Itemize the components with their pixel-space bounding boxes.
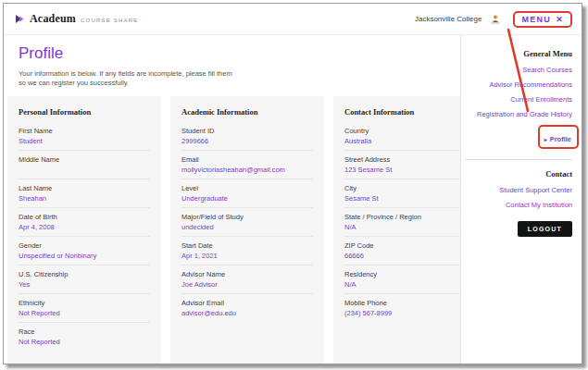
annotation-box-menu: MENU ✕ [513, 11, 572, 28]
field-label: Gender [19, 241, 150, 251]
field-middle-name: Middle Name [19, 151, 150, 179]
field-advisor-name: Advisor Name Joe Advisor [181, 265, 313, 294]
field-last-name: Last Name Sheahan [19, 179, 150, 208]
field-label: Advisor Name [181, 270, 313, 279]
brand-logo[interactable]: Acadeum COURSE SHARE [15, 12, 138, 26]
field-label: Email [181, 155, 313, 165]
field-us-citizenship: U.S. Citizenship Yes [19, 265, 150, 294]
menu-item-registration-grade-history[interactable]: Registration and Grade History [467, 110, 572, 118]
page-title: Profile [19, 44, 63, 63]
menu-divider [465, 159, 572, 160]
annotation-box-profile: ▸ Profile [538, 125, 579, 149]
field-value: Unspecified or Nonbinary [19, 251, 150, 261]
field-advisor-email: Advisor Email advisor@edu.edu [181, 294, 313, 322]
acadeum-logo-icon [15, 14, 25, 24]
page-subtitle: Your information is below. If any fields… [19, 69, 232, 88]
field-label: Level [181, 184, 313, 193]
field-ethnicity: Ethnicity Not Reported [19, 294, 150, 323]
field-gender: Gender Unspecified or Nonbinary [19, 237, 150, 265]
close-icon: ✕ [556, 15, 564, 24]
page-subtitle-line2: so we can register you successfully. [19, 79, 232, 88]
profile-bullet-icon: ▸ [544, 136, 547, 142]
field-country: Country Australia [344, 122, 476, 151]
field-value: Undergraduate [181, 193, 313, 204]
app-window: Acadeum COURSE SHARE Jacksonville Colleg… [3, 3, 582, 364]
menu-drawer: General Menu Search Courses Advisor Reco… [460, 35, 582, 364]
field-label: Advisor Email [181, 299, 313, 308]
card-title-personal: Personal Information [19, 107, 150, 117]
field-first-name: First Name Student [19, 122, 150, 151]
field-value: Student [19, 136, 150, 146]
field-label: Last Name [19, 184, 150, 193]
profile-item-label: Profile [550, 135, 571, 143]
field-value: Sheahan [19, 193, 150, 204]
field-value: (234) 567-8999 [344, 308, 476, 318]
field-level: Level Undergraduate [181, 179, 313, 208]
menu-section-contact: Contact [467, 169, 572, 179]
logout-button[interactable]: LOGOUT [518, 221, 572, 237]
field-zip-code: ZIP Code 66666 [344, 237, 476, 265]
field-label: Race [19, 327, 150, 337]
field-label: Student ID [181, 127, 313, 136]
field-value: Not Reported [19, 308, 150, 318]
field-value: Australia [344, 136, 476, 146]
field-value: 2999666 [181, 136, 313, 146]
field-label: Country [344, 127, 476, 136]
personal-information-card: Personal Information First Name Student … [7, 96, 161, 364]
field-value: undecided [181, 222, 313, 232]
field-mobile-phone: Mobile Phone (234) 567-8999 [344, 294, 476, 322]
menu-item-search-courses[interactable]: Search Courses [467, 66, 572, 74]
field-date-of-birth: Date of Birth Apr 4, 2008 [19, 208, 150, 237]
menu-button-label: MENU [521, 15, 551, 24]
field-residency: Residency N/A [344, 265, 476, 294]
field-value: Yes [19, 279, 150, 290]
field-value: Sesame St [344, 193, 476, 204]
field-value: N/A [344, 222, 476, 232]
menu-item-current-enrollments[interactable]: Current Enrollments [467, 95, 572, 104]
menu-button[interactable]: MENU ✕ [521, 15, 564, 24]
page-subtitle-line1: Your information is below. If any fields… [19, 69, 232, 79]
field-value: mollyvictoriasheahan@gmail.com [181, 165, 313, 175]
field-value: Apr 1, 2021 [181, 251, 313, 261]
student-icon [490, 12, 501, 29]
field-value: 123 Sesame St [344, 165, 476, 175]
field-label: First Name [19, 127, 150, 136]
field-value: 66666 [344, 251, 476, 261]
field-label: ZIP Code [344, 241, 476, 251]
field-label: U.S. Citizenship [19, 270, 150, 279]
field-value: N/A [344, 279, 476, 290]
menu-item-student-support-center[interactable]: Student Support Center [467, 186, 572, 194]
brand-suffix: COURSE SHARE [81, 18, 138, 23]
field-value: Not Reported [19, 337, 150, 347]
field-label: Start Date [181, 241, 313, 251]
menu-item-contact-my-institution[interactable]: Contact My Institution [467, 201, 572, 209]
menu-item-profile[interactable]: ▸ Profile [544, 135, 571, 143]
field-label: Date of Birth [19, 213, 150, 222]
field-label: Mobile Phone [344, 299, 476, 308]
field-race: Race Not Reported [19, 323, 150, 351]
field-start-date: Start Date Apr 1, 2021 [181, 237, 313, 265]
brand-name: Acadeum [30, 12, 76, 26]
field-value: Joe Advisor [181, 279, 313, 290]
field-label: Major/Field of Study [181, 213, 313, 222]
field-street-address: Street Address 123 Sesame St [344, 151, 476, 179]
menu-section-general: General Menu [467, 49, 572, 58]
field-student-id: Student ID 2999666 [181, 122, 313, 151]
menu-item-advisor-recommendations[interactable]: Advisor Recommendations [467, 80, 572, 89]
field-value [19, 165, 150, 175]
field-state-province: State / Province / Region N/A [344, 208, 476, 237]
field-email: Email mollyvictoriasheahan@gmail.com [181, 151, 313, 179]
field-label: Ethnicity [19, 299, 150, 308]
field-major: Major/Field of Study undecided [181, 208, 313, 237]
field-value: advisor@edu.edu [181, 308, 313, 318]
card-title-academic: Academic Information [181, 107, 313, 117]
field-label: City [344, 184, 476, 193]
field-value: Apr 4, 2008 [19, 222, 150, 232]
top-header: Acadeum COURSE SHARE Jacksonville Colleg… [4, 4, 582, 35]
institution-name: Jacksonville College [415, 15, 482, 23]
field-label: Street Address [344, 155, 476, 165]
field-label: Residency [344, 270, 476, 279]
card-title-contact: Contact Information [344, 107, 476, 117]
academic-information-card: Academic Information Student ID 2999666 … [170, 96, 324, 364]
field-label: State / Province / Region [344, 213, 476, 222]
